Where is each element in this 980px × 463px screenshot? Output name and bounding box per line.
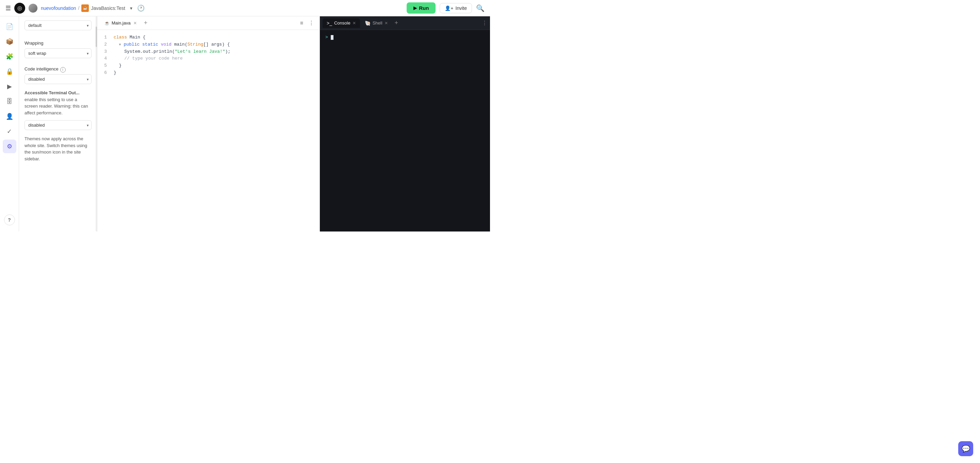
code-intelligence-select-wrapper: disabled enabled ▾ bbox=[24, 74, 92, 84]
wrap-select[interactable]: soft wrap no wrap hard wrap bbox=[24, 48, 92, 58]
file-icon: 📄 bbox=[6, 23, 13, 30]
themes-note: Themes now apply across the whole site. … bbox=[24, 136, 92, 162]
code-editor[interactable]: 1 2 3 4 5 6 class Main { ▼ public static… bbox=[97, 30, 320, 232]
person-icon: 👤 bbox=[6, 113, 13, 120]
sidebar-item-debugger[interactable]: ▶ bbox=[3, 80, 16, 93]
editor-tab-main-java[interactable]: ☕ Main.java ✕ bbox=[100, 18, 141, 28]
code-line-6: } bbox=[110, 69, 320, 77]
sidebar-item-packages[interactable]: 📦 bbox=[3, 35, 16, 48]
line-number-2: 2 bbox=[102, 41, 107, 48]
topbar-left: ☰ ◎ nuevofoundation / ☕ JavaBasics:Test … bbox=[5, 3, 403, 14]
sidebar-item-check[interactable]: ✓ bbox=[3, 125, 16, 138]
code-line-3: System.out.println("Let's learn Java!"); bbox=[110, 48, 320, 56]
packages-icon: 📦 bbox=[6, 38, 13, 45]
sidebar-item-users[interactable]: 👤 bbox=[3, 110, 16, 123]
class-string: String bbox=[188, 42, 204, 47]
line-number-4: 4 bbox=[102, 55, 107, 62]
terminal-area: >_ Console ✕ 🐚 Shell ✕ + ⋮ > bbox=[320, 16, 490, 232]
terminal-tab-shell[interactable]: 🐚 Shell ✕ bbox=[361, 18, 392, 28]
console-tab-close-button[interactable]: ✕ bbox=[353, 21, 356, 26]
terminal-tab-console[interactable]: >_ Console ✕ bbox=[323, 18, 360, 28]
settings-panel: default ▾ Wrapping soft wrap no wrap har… bbox=[19, 16, 97, 232]
topbar: ☰ ◎ nuevofoundation / ☕ JavaBasics:Test … bbox=[0, 0, 490, 16]
breadcrumb-separator: / bbox=[78, 5, 80, 11]
gear-icon: ⚙ bbox=[7, 143, 12, 150]
wrap-select-wrapper: soft wrap no wrap hard wrap ▾ bbox=[24, 48, 92, 58]
tab-close-button[interactable]: ✕ bbox=[134, 21, 137, 26]
shell-tab-close-button[interactable]: ✕ bbox=[385, 21, 388, 26]
console-icon: >_ bbox=[327, 21, 332, 26]
line-number-3: 3 bbox=[102, 48, 107, 56]
run-button[interactable]: ▶ Run bbox=[407, 2, 436, 14]
editor-area: ☕ Main.java ✕ + ≡ ⋮ 1 2 3 4 5 6 bbox=[97, 16, 320, 232]
default-select-wrapper: default ▾ bbox=[24, 21, 92, 30]
main-content: 📄 📦 🧩 🔒 ▶ 🗄 👤 ✓ ⚙ ? bbox=[0, 16, 490, 232]
shell-tab-label: Shell bbox=[372, 21, 382, 26]
add-tab-button[interactable]: + bbox=[142, 19, 150, 27]
topbar-right: ▶ Run 👤+ Invite 🔍 bbox=[407, 2, 485, 14]
code-content: 1 2 3 4 5 6 class Main { ▼ public static… bbox=[97, 30, 320, 81]
extensions-icon: 🧩 bbox=[6, 53, 13, 60]
code-intelligence-select[interactable]: disabled enabled bbox=[24, 74, 92, 84]
add-terminal-tab-button[interactable]: + bbox=[393, 19, 401, 27]
code-line-2: ▼ public static void main(String[] args)… bbox=[110, 41, 320, 48]
avatar-image bbox=[29, 4, 37, 13]
default-select[interactable]: default bbox=[24, 21, 92, 30]
code-lines: class Main { ▼ public static void main(S… bbox=[110, 30, 320, 81]
sidebar-item-files[interactable]: 📄 bbox=[3, 20, 16, 34]
sidebar-item-extensions[interactable]: 🧩 bbox=[3, 50, 16, 63]
cursor-block bbox=[331, 35, 334, 40]
code-line-1: class Main { bbox=[110, 34, 320, 41]
java-file-icon: ☕ bbox=[81, 5, 89, 12]
org-avatar bbox=[29, 4, 37, 13]
word-wrap-button[interactable]: ≡ bbox=[299, 19, 305, 27]
code-intelligence-row: Code intelligence i bbox=[24, 65, 92, 74]
tab-java-icon: ☕ bbox=[105, 21, 110, 26]
check-icon: ✓ bbox=[7, 128, 12, 135]
sidebar-item-settings[interactable]: ⚙ bbox=[3, 140, 16, 153]
search-button[interactable]: 🔍 bbox=[476, 4, 485, 12]
run-label: Run bbox=[419, 5, 429, 11]
info-icon: i bbox=[60, 67, 66, 72]
invite-person-icon: 👤+ bbox=[445, 5, 453, 11]
accessible-terminal-text: Accessible Terminal Out... enable this s… bbox=[24, 89, 92, 116]
breadcrumb: nuevofoundation / ☕ JavaBasics:Test bbox=[41, 5, 125, 12]
database-icon: 🗄 bbox=[6, 98, 13, 105]
keyword-void: void bbox=[161, 42, 172, 47]
hamburger-icon[interactable]: ☰ bbox=[5, 5, 11, 12]
terminal-prompt: > bbox=[325, 34, 485, 41]
org-link[interactable]: nuevofoundation bbox=[41, 5, 76, 11]
help-button[interactable]: ? bbox=[4, 214, 15, 225]
invite-button[interactable]: 👤+ Invite bbox=[440, 3, 472, 13]
accessible-select-wrapper: disabled enabled ▾ bbox=[24, 120, 92, 130]
accessible-select[interactable]: disabled enabled bbox=[24, 120, 92, 130]
line-numbers: 1 2 3 4 5 6 bbox=[97, 30, 110, 81]
project-dropdown-button[interactable]: ▾ bbox=[129, 5, 134, 11]
settings-top: default ▾ bbox=[24, 16, 92, 39]
line-number-6: 6 bbox=[102, 69, 107, 77]
terminal-body[interactable]: > bbox=[320, 30, 490, 232]
scrollbar-thumb bbox=[95, 27, 97, 47]
replit-logo-icon: ◎ bbox=[18, 5, 22, 11]
editor-tabs: ☕ Main.java ✕ + ≡ ⋮ bbox=[97, 16, 320, 30]
project-name: JavaBasics:Test bbox=[91, 5, 125, 11]
sidebar-item-database[interactable]: 🗄 bbox=[3, 95, 16, 108]
keyword-public: public bbox=[124, 42, 140, 47]
scrollbar-track[interactable] bbox=[95, 16, 97, 232]
code-line-5: } bbox=[110, 62, 320, 69]
wrapping-label: Wrapping bbox=[24, 40, 92, 46]
keyword-class: class bbox=[114, 35, 127, 40]
sidebar-item-secrets[interactable]: 🔒 bbox=[3, 65, 16, 78]
history-button[interactable]: 🕐 bbox=[137, 5, 145, 12]
more-options-button[interactable]: ⋮ bbox=[307, 18, 315, 27]
tab-label-main-java: Main.java bbox=[111, 21, 130, 26]
accessible-terminal-title: Accessible Terminal Out... bbox=[24, 90, 80, 95]
prompt-symbol: > bbox=[325, 34, 328, 41]
shell-icon: 🐚 bbox=[365, 21, 371, 26]
terminal-more-button[interactable]: ⋮ bbox=[482, 20, 487, 26]
sidebar: 📄 📦 🧩 🔒 ▶ 🗄 👤 ✓ ⚙ ? bbox=[0, 16, 19, 232]
line-number-1: 1 bbox=[102, 34, 107, 41]
line-number-5: 5 bbox=[102, 62, 107, 69]
console-tab-label: Console bbox=[334, 21, 350, 26]
terminal-tabs: >_ Console ✕ 🐚 Shell ✕ + ⋮ bbox=[320, 16, 490, 30]
